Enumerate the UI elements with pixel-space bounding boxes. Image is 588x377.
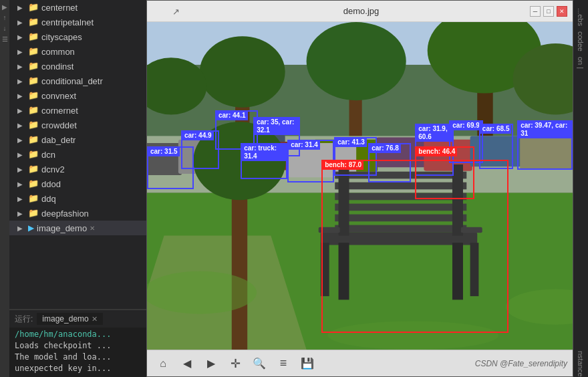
folder-icon: 📁: [28, 2, 39, 13]
sidebar-item-label: image_demo: [37, 223, 87, 233]
folder-icon: 📁: [28, 178, 39, 189]
terminal-line-3: The model and loa...: [15, 352, 141, 363]
image-content: car: 31.5 car: 44.9 car: 44.1 car: 35, c…: [147, 22, 573, 350]
svg-rect-31: [452, 243, 463, 299]
sidebar-file-list: ▶ 📁 centernet ▶ 📁 centripetalnet ▶ 📁 cit…: [9, 0, 146, 309]
svg-rect-28: [335, 215, 466, 222]
arrow-icon: ▶: [17, 107, 28, 114]
close-tab-icon[interactable]: ✕: [90, 225, 95, 232]
folder-icon: 📁: [28, 149, 39, 160]
sidebar-item-label: conditional_detr: [41, 76, 103, 86]
scene-svg: [147, 22, 573, 350]
arrow-icon: ▶: [17, 19, 28, 26]
svg-rect-36: [319, 227, 340, 233]
terminal-path: /home/hm/anaconda...: [15, 330, 112, 339]
arrow-icon: ▶: [17, 225, 28, 232]
svg-rect-11: [147, 143, 182, 175]
home-icon: ⌂: [160, 358, 166, 370]
save-button[interactable]: 💾: [297, 353, 318, 374]
svg-point-39: [193, 122, 285, 200]
sidebar-item-common[interactable]: ▶ 📁 common: [9, 44, 146, 59]
sidebar-item-ddod[interactable]: ▶ 📁 ddod: [9, 176, 146, 191]
sidebar-item-label: deepfashion: [41, 209, 89, 219]
window-title: demo.jpg: [192, 6, 530, 16]
terminal-line-4: unexpected key in...: [15, 363, 141, 374]
arrow-icon: ▶: [17, 151, 28, 158]
sidebar-item-centernet[interactable]: ▶ 📁 centernet: [9, 0, 146, 15]
arrow-icon: ▶: [17, 136, 28, 144]
sidebar-item-label: centernet: [41, 3, 78, 13]
sidebar-item-cornernet[interactable]: ▶ 📁 cornernet: [9, 103, 146, 118]
terminal-unexpected: unexpected key in...: [15, 364, 112, 373]
settings-icon: ≡: [280, 356, 287, 370]
svg-rect-30: [339, 243, 349, 299]
back-icon: ◀: [183, 357, 191, 370]
run-tab-label: image_demo: [42, 314, 88, 324]
arrow-icon: ▶: [17, 195, 28, 203]
sidebar-item-label: dab_detr: [41, 135, 76, 145]
folder-icon: 📁: [28, 134, 39, 145]
activity-icon-4[interactable]: ☰: [1, 35, 9, 43]
sidebar-item-condinst[interactable]: ▶ 📁 condinst: [9, 59, 146, 74]
sidebar-item-dcn[interactable]: ▶ 📁 dcn: [9, 147, 146, 162]
arrow-icon: ▶: [17, 33, 28, 41]
svg-rect-24: [335, 172, 466, 179]
terminal-line-2: Loads checkpoint ...: [15, 340, 141, 352]
sidebar-item-convnext[interactable]: ▶ 📁 convnext: [9, 88, 146, 103]
sidebar-item-conditional-detr[interactable]: ▶ 📁 conditional_detr: [9, 74, 146, 88]
svg-rect-27: [335, 204, 466, 211]
svg-point-6: [307, 22, 406, 100]
svg-rect-37: [461, 227, 482, 233]
sidebar-item-dab-detr[interactable]: ▶ 📁 dab_detr: [9, 132, 146, 147]
settings-button[interactable]: ≡: [273, 353, 294, 374]
forward-button[interactable]: ▶: [200, 353, 222, 374]
terminal-line-1: /home/hm/anaconda...: [15, 329, 141, 340]
terminal-output: /home/hm/anaconda... Loads checkpoint ..…: [9, 328, 146, 377]
activity-icon-1[interactable]: ▶: [1, 3, 9, 11]
arrow-icon: ▶: [17, 78, 28, 85]
folder-icon: 📁: [28, 17, 39, 27]
arrow-icon: ▶: [17, 4, 28, 11]
close-tab-x-icon[interactable]: ✕: [92, 315, 98, 324]
back-button[interactable]: ◀: [176, 353, 198, 374]
run-tab[interactable]: image_demo ✕: [37, 313, 102, 325]
svg-rect-17: [376, 138, 426, 168]
sidebar-item-label: crowddet: [41, 120, 77, 130]
svg-point-42: [328, 321, 499, 350]
sidebar-item-label: condinst: [41, 61, 74, 72]
close-button[interactable]: ✕: [557, 6, 567, 17]
svg-rect-32: [321, 243, 329, 296]
folder-icon: 📁: [28, 76, 39, 86]
move-icon: ✛: [231, 356, 241, 371]
sidebar-item-cityscapes[interactable]: ▶ 📁 cityscapes: [9, 29, 146, 44]
right-panel-text-3: on |: [577, 57, 585, 69]
activity-icon-3[interactable]: ↓: [1, 24, 9, 32]
svg-rect-35: [452, 164, 463, 236]
folder-icon: 📁: [28, 61, 39, 72]
sidebar-item-label: ddq: [41, 194, 56, 204]
sidebar-item-deepfashion[interactable]: ▶ 📁 deepfashion: [9, 206, 146, 221]
home-button[interactable]: ⌂: [152, 353, 174, 374]
sidebar-item-label: dcn: [41, 150, 55, 160]
svg-rect-25: [335, 182, 466, 190]
sidebar-item-label: cityscapes: [41, 32, 82, 42]
sidebar-item-image-demo[interactable]: ▶ ▶ image_demo ✕: [9, 221, 146, 235]
svg-rect-19: [470, 136, 522, 166]
folder-icon: 📁: [28, 90, 39, 101]
sidebar-item-crowddet[interactable]: ▶ 📁 crowddet: [9, 118, 146, 132]
minimize-button[interactable]: ─: [530, 6, 541, 17]
move-button[interactable]: ✛: [225, 353, 246, 374]
sidebar-item-label: centripetalnet: [41, 17, 94, 27]
window-controls: ─ □ ✕: [530, 6, 567, 17]
save-icon: 💾: [301, 357, 314, 370]
folder-icon: 📁: [28, 31, 39, 42]
zoom-button[interactable]: 🔍: [249, 353, 270, 374]
sidebar-item-dcnv2[interactable]: ▶ 📁 dcnv2: [9, 162, 146, 176]
main-content: ↗ demo.jpg ─ □ ✕: [146, 0, 573, 377]
sidebar-item-ddq[interactable]: ▶ 📁 ddq: [9, 191, 146, 206]
arrow-icon: ▶: [17, 210, 28, 217]
activity-icon-2[interactable]: ↑: [1, 13, 9, 21]
maximize-button[interactable]: □: [543, 6, 554, 17]
folder-icon: 📁: [28, 193, 39, 204]
sidebar-item-centripetalnet[interactable]: ▶ 📁 centripetalnet: [9, 15, 146, 29]
